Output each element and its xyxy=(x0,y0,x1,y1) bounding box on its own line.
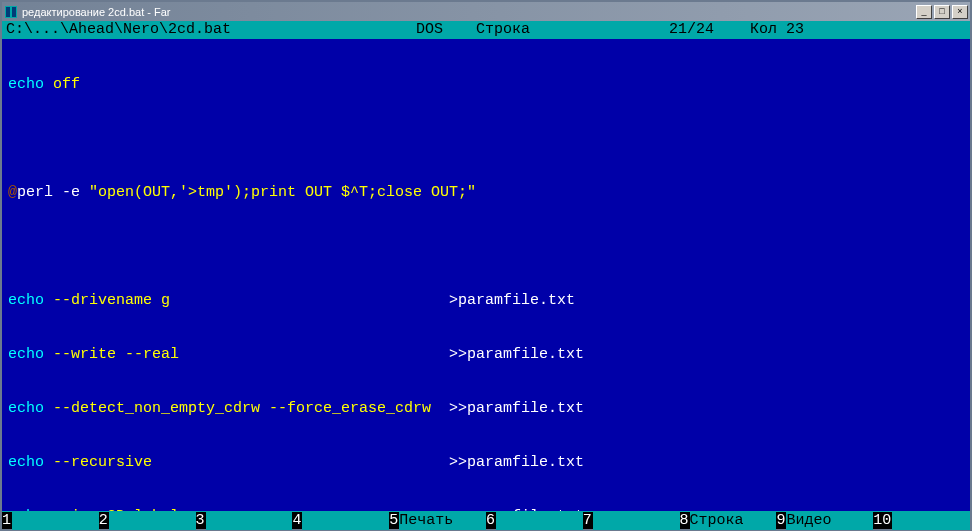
window-buttons: _ □ × xyxy=(916,5,968,19)
fn-key-2[interactable]: 2 xyxy=(99,512,196,530)
svg-rect-1 xyxy=(6,7,10,17)
fn-key-8[interactable]: 8Строка xyxy=(680,512,777,530)
code-line: echo --recursive >>paramfile.txt xyxy=(8,454,964,472)
svg-rect-2 xyxy=(12,7,16,17)
fn-key-5[interactable]: 5Печать xyxy=(389,512,486,530)
code-line: echo --drivename g >paramfile.txt xyxy=(8,292,964,310)
fn-key-9[interactable]: 9Видео xyxy=(776,512,873,530)
titlebar[interactable]: редактирование 2cd.bat - Far _ □ × xyxy=(2,2,970,21)
fn-key-1[interactable]: 1 xyxy=(2,512,99,530)
close-button[interactable]: × xyxy=(952,5,968,19)
status-path: C:\...\Ahead\Nero\2cd.bat xyxy=(6,21,416,39)
fn-key-4[interactable]: 4 xyxy=(292,512,389,530)
app-icon xyxy=(4,5,18,19)
editor-statusbar: C:\...\Ahead\Nero\2cd.bat DOS Строка 21/… xyxy=(2,21,970,39)
status-col-value: 23 xyxy=(786,21,804,39)
code-line xyxy=(8,130,964,148)
window-title: редактирование 2cd.bat - Far xyxy=(22,6,916,18)
fn-key-10[interactable]: 10 xyxy=(873,512,970,530)
fn-row: 1 2 3 4 5Печать 6 7 8Строка 9Видео 10 xyxy=(2,512,970,530)
function-key-bar: 1 2 3 4 5Печать 6 7 8Строка 9Видео 10 xyxy=(2,511,970,529)
status-line-label: Строка xyxy=(476,21,530,39)
status-line-value: 21/24 xyxy=(530,21,750,39)
code-line: echo --detect_non_empty_cdrw --force_era… xyxy=(8,400,964,418)
status-mode: DOS xyxy=(416,21,476,39)
code-line: echo off xyxy=(8,76,964,94)
fn-key-3[interactable]: 3 xyxy=(196,512,293,530)
code-line: echo --write --real >>paramfile.txt xyxy=(8,346,964,364)
minimize-button[interactable]: _ xyxy=(916,5,932,19)
code-line xyxy=(8,238,964,256)
app-window: редактирование 2cd.bat - Far _ □ × C:\..… xyxy=(0,0,972,531)
fn-key-6[interactable]: 6 xyxy=(486,512,583,530)
fn-key-7[interactable]: 7 xyxy=(583,512,680,530)
status-col-label: Кол xyxy=(750,21,777,39)
maximize-button[interactable]: □ xyxy=(934,5,950,19)
editor-area[interactable]: echo off @perl -e "open(OUT,'>tmp');prin… xyxy=(2,39,970,511)
code-line: @perl -e "open(OUT,'>tmp');print OUT $^T… xyxy=(8,184,964,202)
